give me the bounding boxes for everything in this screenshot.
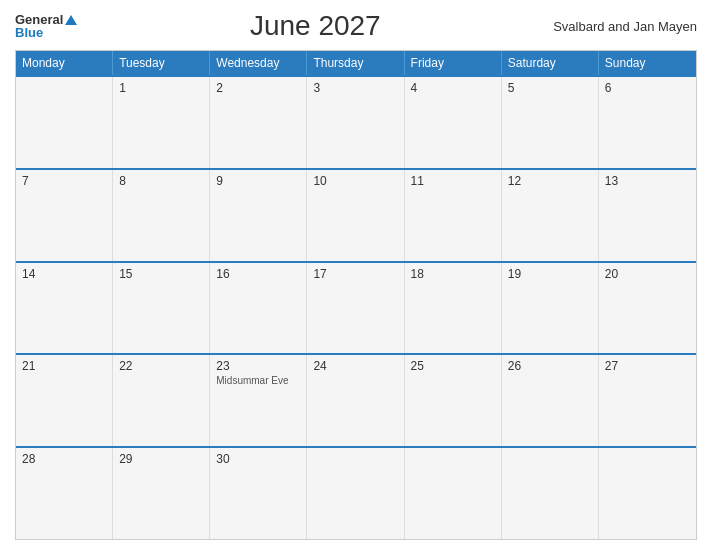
week-row-2: 7 8 9 10 11 12 13	[16, 168, 696, 261]
calendar-grid: Monday Tuesday Wednesday Thursday Friday…	[15, 50, 697, 540]
cal-cell: 17	[307, 263, 404, 354]
week-row-5: 28 29 30	[16, 446, 696, 539]
cal-cell	[502, 448, 599, 539]
cal-cell: 20	[599, 263, 696, 354]
col-sunday: Sunday	[599, 51, 696, 75]
col-friday: Friday	[405, 51, 502, 75]
cal-cell: 16	[210, 263, 307, 354]
cal-cell: 6	[599, 77, 696, 168]
holiday-midsummar: Midsummar Eve	[216, 375, 300, 386]
region-label: Svalbard and Jan Mayen	[553, 19, 697, 34]
cal-cell: 14	[16, 263, 113, 354]
cal-cell: 18	[405, 263, 502, 354]
col-wednesday: Wednesday	[210, 51, 307, 75]
cal-cell: 11	[405, 170, 502, 261]
week-row-1: 1 2 3 4 5 6	[16, 75, 696, 168]
col-tuesday: Tuesday	[113, 51, 210, 75]
cal-cell: 26	[502, 355, 599, 446]
cal-cell: 10	[307, 170, 404, 261]
cal-cell: 8	[113, 170, 210, 261]
cal-cell: 27	[599, 355, 696, 446]
logo-blue-text: Blue	[15, 26, 43, 39]
week-row-4: 21 22 23 Midsummar Eve 24 25 26 27	[16, 353, 696, 446]
col-thursday: Thursday	[307, 51, 404, 75]
cal-cell: 28	[16, 448, 113, 539]
cal-cell: 24	[307, 355, 404, 446]
cal-cell: 2	[210, 77, 307, 168]
cal-cell: 5	[502, 77, 599, 168]
cal-cell: 29	[113, 448, 210, 539]
cal-cell: 13	[599, 170, 696, 261]
page-header: General Blue June 2027 Svalbard and Jan …	[15, 10, 697, 42]
cal-cell	[16, 77, 113, 168]
calendar-header: Monday Tuesday Wednesday Thursday Friday…	[16, 51, 696, 75]
calendar-body: 1 2 3 4 5 6 7 8 9 10 11 12 13 14 15 16	[16, 75, 696, 539]
cal-cell: 19	[502, 263, 599, 354]
cal-cell: 12	[502, 170, 599, 261]
cal-cell: 9	[210, 170, 307, 261]
cal-cell: 21	[16, 355, 113, 446]
logo-triangle-icon	[65, 15, 77, 25]
cal-cell: 4	[405, 77, 502, 168]
cal-cell: 23 Midsummar Eve	[210, 355, 307, 446]
cal-cell	[599, 448, 696, 539]
cal-cell: 15	[113, 263, 210, 354]
week-row-3: 14 15 16 17 18 19 20	[16, 261, 696, 354]
cal-cell: 3	[307, 77, 404, 168]
col-monday: Monday	[16, 51, 113, 75]
cal-cell	[405, 448, 502, 539]
cal-cell: 30	[210, 448, 307, 539]
page-title: June 2027	[250, 10, 381, 42]
col-saturday: Saturday	[502, 51, 599, 75]
logo: General Blue	[15, 13, 77, 39]
cal-cell: 1	[113, 77, 210, 168]
cal-cell: 25	[405, 355, 502, 446]
cal-cell	[307, 448, 404, 539]
cal-cell: 7	[16, 170, 113, 261]
calendar-page: General Blue June 2027 Svalbard and Jan …	[0, 0, 712, 550]
cal-cell: 22	[113, 355, 210, 446]
